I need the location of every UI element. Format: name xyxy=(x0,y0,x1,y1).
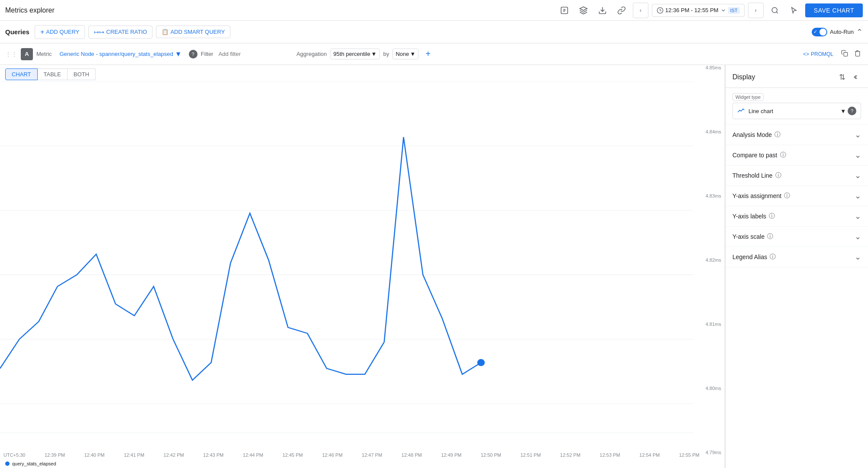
x-label-5: 12:43 PM xyxy=(203,452,223,458)
legend-alias-label-group: Legend Alias ⓘ xyxy=(732,253,776,261)
analysis-mode-label-group: Analysis Mode ⓘ xyxy=(732,131,781,139)
x-label-3: 12:41 PM xyxy=(124,452,144,458)
create-ratio-button[interactable]: ↦↦ CREATE RATIO xyxy=(88,26,152,39)
delete-query-btn[interactable] xyxy=(852,48,863,60)
x-label-2: 12:40 PM xyxy=(84,452,104,458)
chart-area: CHART TABLE BOTH 4.85ms 4.84ms 4.83ms 4.… xyxy=(0,65,725,468)
table-tab[interactable]: TABLE xyxy=(38,68,68,80)
queries-bar: Queries + ADD QUERY ↦↦ CREATE RATIO 📋 AD… xyxy=(0,21,868,43)
analysis-mode-chevron: ⌄ xyxy=(855,130,861,140)
metric-help-btn[interactable]: ? xyxy=(189,50,198,58)
widget-type-section: Widget type Line chart ▼ ? xyxy=(725,88,868,125)
threshold-line-help[interactable]: ⓘ xyxy=(775,172,781,179)
chart-svg xyxy=(0,81,725,468)
legend-alias-chevron: ⌄ xyxy=(855,252,861,262)
compare-to-past-row[interactable]: Compare to past ⓘ ⌄ xyxy=(725,145,868,166)
collapse-display-btn[interactable] xyxy=(849,71,861,83)
both-tab[interactable]: BOTH xyxy=(68,68,96,80)
x-label-1: 12:39 PM xyxy=(45,452,65,458)
widget-type-select[interactable]: Line chart ▼ ? xyxy=(732,103,861,119)
drag-handle[interactable]: ⋮⋮ xyxy=(5,51,17,58)
sort-icon[interactable]: ⇅ xyxy=(839,72,845,82)
y-axis-labels-help[interactable]: ⓘ xyxy=(769,212,775,220)
embed-icon-btn[interactable] xyxy=(557,3,572,18)
widget-type-value: Line chart xyxy=(748,108,773,114)
main-layout: CHART TABLE BOTH 4.85ms 4.84ms 4.83ms 4.… xyxy=(0,65,868,468)
y-axis-scale-help[interactable]: ⓘ xyxy=(767,233,773,240)
metric-label: Metric xyxy=(36,51,52,57)
autorun-label: Auto-Run xyxy=(830,29,854,35)
legend-alias-help[interactable]: ⓘ xyxy=(770,253,776,261)
header-actions: ‹ 12:36 PM - 12:55 PM IST › SAVE CHART xyxy=(557,3,863,18)
by-value: None xyxy=(395,51,409,57)
y-axis-labels-row[interactable]: Y-axis labels ⓘ ⌄ xyxy=(725,206,868,227)
link-icon-btn[interactable] xyxy=(614,3,629,18)
autorun-toggle[interactable]: ✓ xyxy=(812,28,827,36)
threshold-line-chevron: ⌄ xyxy=(855,171,861,180)
y-axis-assignment-help[interactable]: ⓘ xyxy=(784,192,790,200)
add-query-button[interactable]: + ADD QUERY xyxy=(35,25,85,39)
collapse-button[interactable]: ⌃ xyxy=(856,27,863,37)
x-label-12: 12:50 PM xyxy=(481,452,501,458)
x-label-10: 12:48 PM xyxy=(402,452,422,458)
widget-help-btn[interactable]: ? xyxy=(848,107,856,115)
add-aggregation-btn[interactable]: + xyxy=(422,48,434,60)
analysis-mode-label: Analysis Mode xyxy=(732,131,772,138)
next-btn[interactable]: › xyxy=(748,3,764,18)
y-axis-assignment-label: Y-axis assignment xyxy=(732,192,781,199)
display-header: Display ⇅ xyxy=(725,65,868,88)
by-dropdown-arrow: ▼ xyxy=(410,51,416,57)
queries-label: Queries xyxy=(5,28,29,36)
save-chart-button[interactable]: SAVE CHART xyxy=(805,3,863,17)
promql-button[interactable]: <> PROMQL xyxy=(800,49,837,59)
app-title: Metrics explorer xyxy=(5,6,55,14)
prev-btn[interactable]: ‹ xyxy=(633,3,648,18)
x-label-8: 12:46 PM xyxy=(322,452,343,458)
query-row-a: ⋮⋮ A Metric Generic Node - spanner/query… xyxy=(0,43,868,65)
download-icon-btn[interactable] xyxy=(595,3,610,18)
analysis-mode-row[interactable]: Analysis Mode ⓘ ⌄ xyxy=(725,125,868,145)
by-dropdown[interactable]: None ▼ xyxy=(392,49,418,59)
y-axis-labels-label-group: Y-axis labels ⓘ xyxy=(732,212,775,220)
widget-type-left: Line chart xyxy=(737,107,773,115)
display-title: Display xyxy=(732,73,755,81)
y-axis-assignment-chevron: ⌄ xyxy=(855,191,861,201)
add-smart-query-button[interactable]: 📋 ADD SMART QUERY xyxy=(156,26,230,38)
zoom-icon-btn[interactable] xyxy=(767,3,783,18)
add-query-icon: + xyxy=(40,28,44,36)
threshold-line-row[interactable]: Threshold Line ⓘ ⌄ xyxy=(725,166,868,186)
widget-select-arrow: ▼ xyxy=(840,108,846,114)
x-label-6: 12:44 PM xyxy=(243,452,263,458)
x-label-13: 12:51 PM xyxy=(520,452,541,458)
x-label-15: 12:53 PM xyxy=(600,452,620,458)
compare-to-past-chevron: ⌄ xyxy=(855,150,861,160)
metric-dropdown[interactable]: Generic Node - spanner/query_stats_elaps… xyxy=(56,49,185,60)
promql-brackets: <> xyxy=(803,51,809,57)
svg-line-4 xyxy=(776,12,777,13)
time-range-selector[interactable]: 12:36 PM - 12:55 PM IST xyxy=(652,4,745,17)
copy-query-btn[interactable] xyxy=(839,48,850,60)
filter-input[interactable] xyxy=(217,50,293,58)
y-axis-scale-label-group: Y-axis scale ⓘ xyxy=(732,233,773,240)
time-range-label: 12:36 PM - 12:55 PM xyxy=(665,7,719,13)
chart-tab[interactable]: CHART xyxy=(5,68,38,80)
y-axis-scale-row[interactable]: Y-axis scale ⓘ ⌄ xyxy=(725,227,868,247)
aggregation-dropdown[interactable]: 95th percentile ▼ xyxy=(330,49,380,59)
cursor-icon-btn[interactable] xyxy=(786,3,802,18)
legend-alias-row[interactable]: Legend Alias ⓘ ⌄ xyxy=(725,247,868,267)
widget-icon-btn[interactable] xyxy=(576,3,591,18)
chart-line xyxy=(0,137,481,380)
compare-to-past-help[interactable]: ⓘ xyxy=(780,151,786,159)
chart-endpoint-dot xyxy=(477,359,485,366)
y-label-1: 4.85ms xyxy=(706,65,721,70)
legend-label: query_stats_elapsed xyxy=(12,461,56,466)
aggregation-label: Aggregation xyxy=(296,51,327,57)
x-label-9: 12:47 PM xyxy=(362,452,382,458)
y-axis-scale-label: Y-axis scale xyxy=(732,233,764,240)
header: Metrics explorer ‹ 12:36 PM - 12:55 PM I… xyxy=(0,0,868,21)
analysis-mode-help[interactable]: ⓘ xyxy=(774,131,781,139)
metric-dropdown-arrow: ▼ xyxy=(175,50,182,58)
y-axis-labels-chevron: ⌄ xyxy=(855,211,861,221)
chart-container: 4.85ms 4.84ms 4.83ms 4.82ms 4.81ms 4.80m… xyxy=(0,65,725,468)
y-axis-assignment-row[interactable]: Y-axis assignment ⓘ ⌄ xyxy=(725,186,868,206)
